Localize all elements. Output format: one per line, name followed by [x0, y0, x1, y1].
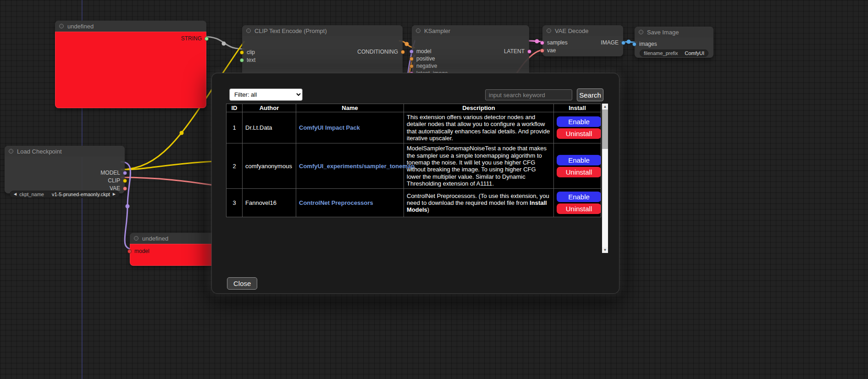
node-collapse-icon[interactable]: [639, 30, 643, 34]
enable-button[interactable]: Enable: [557, 116, 601, 127]
input-slot-text[interactable]: text: [240, 57, 255, 63]
table-header-row: ID Author Name Description Install: [227, 104, 601, 112]
header-description: Description: [404, 104, 554, 112]
node-title: Save Image: [647, 29, 679, 36]
uninstall-button[interactable]: Uninstall: [557, 203, 601, 214]
output-slot-model[interactable]: MODEL: [100, 170, 127, 176]
search-button[interactable]: Search: [577, 88, 603, 101]
enable-button[interactable]: Enable: [557, 155, 601, 165]
input-slot-negative[interactable]: negative: [409, 63, 437, 69]
scroll-up-icon[interactable]: ▲: [602, 104, 608, 110]
uninstall-button[interactable]: Uninstall: [557, 167, 601, 177]
ckpt-name-widget[interactable]: ◀ ckpt_name v1-5-pruned-emaonly.ckpt ▶: [10, 191, 120, 198]
header-author: Author: [243, 104, 296, 112]
scrollbar-thumb[interactable]: [602, 110, 608, 149]
node-title: KSampler: [424, 27, 450, 34]
input-slot-vae[interactable]: vae: [540, 48, 556, 53]
node-title: VAE Decode: [555, 27, 588, 34]
node-collapse-icon[interactable]: [134, 236, 138, 241]
extension-author: Fannovel16: [243, 189, 296, 217]
filter-select[interactable]: Filter: all: [229, 88, 303, 101]
output-slot-clip[interactable]: CLIP: [108, 178, 127, 183]
enable-button[interactable]: Enable: [557, 192, 601, 202]
extension-id: 2: [227, 143, 243, 189]
scroll-down-icon[interactable]: ▼: [602, 247, 608, 253]
close-button[interactable]: Close: [227, 277, 257, 290]
extension-author: comfyanonymous: [243, 143, 296, 189]
extension-id: 1: [227, 112, 243, 143]
uninstall-button[interactable]: Uninstall: [557, 128, 601, 139]
node-collapse-icon[interactable]: [246, 28, 251, 33]
node-title: CLIP Text Encode (Prompt): [254, 27, 327, 34]
extension-list-scroll-area[interactable]: ID Author Name Description Install 1 Dr.…: [226, 104, 608, 253]
comfyui-manager-dialog: Filter: all Search ID Author Name Descri…: [212, 73, 619, 293]
increment-arrow-icon[interactable]: ▶: [113, 191, 116, 198]
node-title: Load Checkpoint: [17, 148, 62, 155]
extension-description: This extension offers various detector n…: [404, 112, 554, 143]
node-collapse-icon[interactable]: [59, 24, 64, 28]
extension-link[interactable]: ComfyUI_experiments/sampler_tonemap: [299, 163, 415, 170]
node-save-image[interactable]: Save Image images filename_prefix ComfyU…: [635, 27, 713, 58]
node-title: undefined: [67, 23, 94, 30]
filename-prefix-widget[interactable]: filename_prefix ComfyUI: [640, 49, 708, 57]
input-slot-model[interactable]: model: [409, 49, 431, 54]
extension-link[interactable]: ControlNet Preprocessors: [299, 199, 373, 206]
string-slot-icon[interactable]: [205, 37, 209, 41]
extension-row: 1 Dr.Lt.Data ComfyUI Impact Pack This ex…: [227, 112, 601, 143]
extension-link[interactable]: ComfyUI Impact Pack: [299, 124, 360, 131]
extension-description: ModelSamplerTonemapNoiseTest a node that…: [404, 143, 554, 189]
output-slot-latent[interactable]: LATENT: [504, 49, 531, 54]
scrollbar[interactable]: ▲ ▼: [602, 104, 608, 253]
extension-id: 3: [227, 189, 243, 217]
input-slot-model[interactable]: model: [127, 248, 149, 254]
output-slot-image[interactable]: IMAGE: [601, 40, 625, 45]
node-title: undefined: [142, 235, 168, 242]
extension-row: 2 comfyanonymous ComfyUI_experiments/sam…: [227, 143, 601, 189]
input-slot-samples[interactable]: samples: [540, 40, 568, 45]
node-collapse-icon[interactable]: [416, 28, 420, 33]
extension-row: 3 Fannovel16 ControlNet Preprocessors Co…: [227, 189, 601, 217]
header-install: Install: [554, 104, 601, 112]
output-slot-string[interactable]: STRING: [181, 36, 209, 41]
extension-author: Dr.Lt.Data: [243, 112, 296, 143]
input-slot-images[interactable]: images: [632, 41, 657, 47]
node-vae-decode[interactable]: VAE Decode samples vae IMAGE: [542, 25, 623, 56]
output-slot-conditioning[interactable]: CONDITIONING: [357, 49, 405, 55]
header-name: Name: [296, 104, 404, 112]
search-input[interactable]: [485, 89, 572, 100]
node-load-checkpoint[interactable]: Load Checkpoint MODEL CLIP VAE ◀ ckpt_na…: [5, 146, 125, 193]
header-id: ID: [227, 104, 243, 112]
node-collapse-icon[interactable]: [9, 149, 13, 154]
node-collapse-icon[interactable]: [547, 28, 551, 33]
node-undefined-bottom[interactable]: undefined model: [130, 233, 221, 266]
extension-description: ControlNet Preprocessors. (To use this e…: [404, 189, 554, 217]
extension-table: ID Author Name Description Install 1 Dr.…: [226, 104, 601, 217]
input-slot-clip[interactable]: clip: [240, 49, 255, 55]
decrement-arrow-icon[interactable]: ◀: [14, 191, 17, 198]
input-slot-positive[interactable]: positive: [409, 56, 435, 61]
node-undefined-top[interactable]: undefined STRING: [55, 21, 206, 108]
